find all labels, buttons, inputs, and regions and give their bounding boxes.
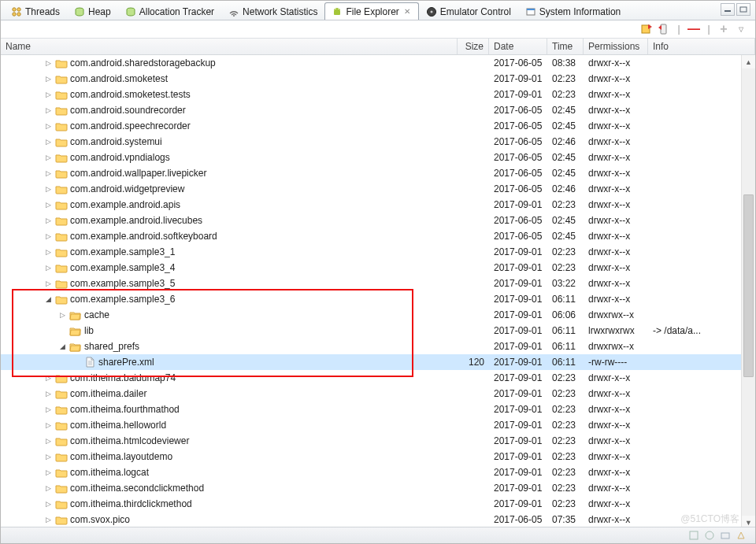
push-file-button[interactable] [658,23,670,35]
table-row[interactable]: sharePre.xml1202017-09-0106:11-rw-rw---- [1,354,755,370]
folder-icon [55,246,68,257]
expand-icon[interactable]: ▷ [44,484,53,493]
table-row[interactable]: ▷com.example.sample3_12017-09-0102:23drw… [1,244,755,260]
collapse-icon[interactable]: ◢ [58,342,67,351]
folder-icon [55,120,68,131]
expand-icon[interactable]: ▷ [44,279,53,288]
expand-icon[interactable]: ▷ [44,453,53,461]
table-row[interactable]: ▷com.android.wallpaper.livepicker2017-06… [1,165,755,181]
expand-icon[interactable]: ▷ [44,468,53,477]
column-header-name[interactable]: Name [1,39,458,54]
table-row[interactable]: ▷com.example.android.livecubes2017-06-05… [1,213,755,228]
vertical-scrollbar[interactable]: ▲ ▼ [741,55,755,529]
close-icon[interactable]: ✕ [402,7,412,17]
expand-icon[interactable]: ▷ [44,169,53,178]
column-header-time[interactable]: Time [547,39,584,54]
column-header-permissions[interactable]: Permissions [584,39,648,54]
table-row[interactable]: ▷cache2017-09-0106:06drwxrwx--x [1,307,755,323]
table-row[interactable]: ▷com.android.soundrecorder2017-06-0502:4… [1,102,755,118]
svg-point-1 [17,7,20,10]
cell-name: ▷com.itheima.htmlcodeviewer [1,435,458,446]
table-row[interactable]: ▷com.itheima.baidumap742017-09-0102:23dr… [1,370,755,386]
expand-icon[interactable]: ▷ [44,138,53,146]
expand-icon[interactable]: ▷ [44,59,53,68]
cell-name: ◢com.example.sample3_6 [1,294,458,305]
expand-icon[interactable]: ▷ [44,516,53,524]
folder-icon [55,73,68,84]
table-row[interactable]: ▷com.itheima.htmlcodeviewer2017-09-0102:… [1,433,755,449]
table-row[interactable]: ▷com.itheima.logcat2017-09-0102:23drwxr-… [1,464,755,480]
tab-threads[interactable]: Threads [4,2,67,20]
expand-icon[interactable]: ▷ [44,106,53,115]
table-row[interactable]: ▷com.android.vpndialogs2017-06-0502:45dr… [1,150,755,165]
folder-icon [55,435,68,446]
cell-permissions: drwxr-x--x [584,215,648,226]
expand-icon[interactable]: ▷ [44,390,53,398]
expand-icon[interactable]: ▷ [44,500,53,509]
expand-icon[interactable]: ▷ [58,311,67,320]
table-row[interactable]: ▷com.android.widgetpreview2017-06-0502:4… [1,181,755,197]
tab-heap[interactable]: Heap [67,2,118,20]
minimize-button[interactable] [721,3,735,16]
cell-permissions: drwxr-x--x [584,435,648,446]
expand-icon[interactable]: ▷ [44,185,53,194]
expand-icon[interactable]: ▷ [44,437,53,446]
table-row[interactable]: ▷com.android.speechrecorder2017-06-0502:… [1,118,755,134]
expand-icon[interactable]: ▷ [44,75,53,83]
table-row[interactable]: ▷com.itheima.helloworld2017-09-0102:23dr… [1,417,755,433]
tab-emulator-control[interactable]: Emulator Control [419,2,518,20]
expand-icon[interactable]: ▷ [44,248,53,257]
tab-file-explorer[interactable]: File Explorer✕ [324,2,418,20]
delete-button[interactable]: — [687,23,700,35]
cell-permissions: drwxr-x--x [584,483,648,494]
expand-icon[interactable]: ▷ [44,216,53,225]
table-row[interactable]: ▷com.itheima.dailer2017-09-0102:23drwxr-… [1,386,755,402]
expand-icon[interactable]: ▷ [44,405,53,414]
table-row[interactable]: ▷com.itheima.fourthmathod2017-09-0102:23… [1,402,755,417]
expand-icon[interactable]: ▷ [44,232,53,241]
collapse-icon[interactable]: ◢ [44,295,53,304]
maximize-button[interactable] [736,3,750,16]
column-header-size[interactable]: Size [458,39,489,54]
svg-point-6 [233,15,235,17]
table-row[interactable]: ▷com.example.android.apis2017-09-0102:23… [1,197,755,213]
table-row[interactable]: ▷com.svox.pico2017-06-0507:35drwxr-x--x [1,512,755,527]
table-row[interactable]: ▷com.example.sample3_42017-09-0102:23drw… [1,260,755,276]
pull-file-button[interactable] [640,23,653,35]
add-button[interactable]: + [717,23,730,35]
expand-icon[interactable]: ▷ [44,201,53,209]
scroll-up-button[interactable]: ▲ [742,55,755,68]
table-row[interactable]: ▷com.itheima.layoutdemo2017-09-0102:23dr… [1,449,755,464]
tab-system-information[interactable]: System Information [518,2,628,20]
cell-date: 2017-09-01 [489,89,547,100]
table-row[interactable]: ▷com.itheima.secondclickmethod2017-09-01… [1,480,755,496]
table-row[interactable]: lib2017-09-0106:11lrwxrwxrwx-> /data/a..… [1,323,755,339]
table-row[interactable]: ▷com.android.smoketest2017-09-0102:23drw… [1,71,755,87]
table-row[interactable]: ▷com.android.sharedstoragebackup2017-06-… [1,55,755,71]
toolbar-separator: | [705,24,713,35]
expand-icon[interactable]: ▷ [44,122,53,131]
table-row[interactable]: ▷com.example.android.softkeyboard2017-06… [1,228,755,244]
expand-icon[interactable]: ▷ [44,154,53,162]
expand-icon[interactable]: ▷ [44,374,53,383]
svg-rect-21 [690,531,698,539]
table-row[interactable]: ▷com.android.systemui2017-06-0502:46drwx… [1,134,755,150]
tab-allocation-tracker[interactable]: Allocation Tracker [118,2,221,20]
tab-network-statistics[interactable]: Network Statistics [221,2,324,20]
expand-icon[interactable]: ▷ [44,264,53,272]
table-row[interactable]: ◢com.example.sample3_62017-09-0106:11drw… [1,291,755,307]
view-menu-button[interactable]: ▽ [735,23,747,35]
table-row[interactable]: ◢shared_prefs2017-09-0106:11drwxrwx--x [1,339,755,354]
db-icon [125,6,136,17]
expand-icon[interactable]: ▷ [44,91,53,99]
expand-icon[interactable]: ▷ [44,421,53,430]
scroll-thumb[interactable] [743,194,754,377]
file-name-label: com.itheima.helloworld [70,420,169,431]
column-header-date[interactable]: Date [489,39,547,54]
table-row[interactable]: ▷com.android.smoketest.tests2017-09-0102… [1,87,755,102]
table-row[interactable]: ▷com.example.sample3_52017-09-0103:22drw… [1,276,755,291]
file-name-label: com.svox.pico [70,514,133,525]
scroll-track[interactable] [742,68,755,516]
table-row[interactable]: ▷com.itheima.thirdclickmethod2017-09-010… [1,496,755,512]
column-header-info[interactable]: Info [648,39,755,54]
